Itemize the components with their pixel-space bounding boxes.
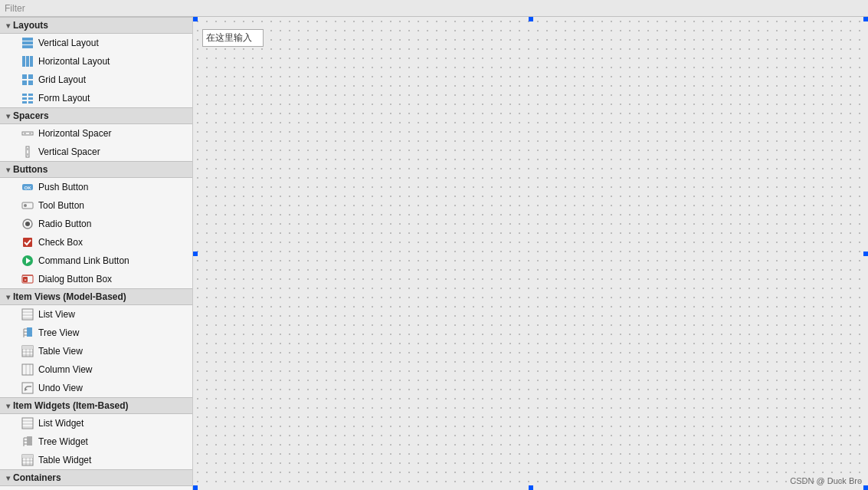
sidebar-item-label: Push Button (38, 182, 88, 192)
svg-rect-2 (22, 45, 33, 48)
grid-layout-icon (21, 74, 34, 86)
collapse-arrow-layouts: ▾ (6, 21, 10, 30)
sidebar-item-horizontal-spacer[interactable]: Horizontal Spacer (0, 124, 192, 143)
sidebar-item-horizontal-layout[interactable]: Horizontal Layout (0, 52, 192, 71)
filter-label: Filter (5, 3, 25, 14)
svg-rect-43 (27, 327, 32, 331)
svg-text:OK: OK (25, 186, 32, 190)
sidebar-item-label: Horizontal Layout (38, 56, 110, 67)
svg-rect-52 (22, 346, 33, 349)
section-header-containers[interactable]: ▾ Containers (0, 469, 192, 486)
sidebar-item-label: Dialog Button Box (38, 274, 112, 284)
section-header-buttons[interactable]: ▾ Buttons (0, 161, 192, 178)
handle-top-left[interactable] (193, 17, 198, 21)
handle-middle-right[interactable] (863, 252, 868, 256)
sidebar-item-label: Tree View (38, 327, 79, 338)
collapse-arrow-buttons: ▾ (6, 166, 10, 174)
sidebar-item-form-layout[interactable]: Form Layout (0, 89, 192, 107)
section-label-layouts: Layouts (13, 20, 48, 31)
sidebar-item-grid-layout[interactable]: Grid Layout (0, 71, 192, 89)
form-layout-icon (21, 92, 34, 104)
section-label-buttons: Buttons (13, 164, 47, 175)
section-header-layouts[interactable]: ▾ Layouts (0, 17, 192, 34)
sidebar-item-tree-widget[interactable]: Tree Widget (0, 432, 192, 451)
handle-top-right[interactable] (863, 17, 868, 21)
collapse-arrow-item-views: ▾ (6, 293, 10, 301)
svg-rect-9 (28, 81, 33, 85)
list-view-icon (21, 308, 34, 321)
sidebar-item-label: Undo View (38, 383, 83, 393)
svg-rect-67 (27, 439, 32, 442)
sidebar-item-label: Vertical Layout (38, 38, 99, 48)
sidebar-item-command-link-button[interactable]: Command Link Button (0, 252, 192, 270)
svg-rect-53 (22, 364, 33, 375)
sidebar-item-table-view[interactable]: Table View (0, 342, 192, 360)
sidebar-item-label: Command Link Button (38, 255, 129, 266)
sidebar-item-tool-button[interactable]: Tool Button (0, 196, 192, 215)
table-view-icon (21, 345, 34, 357)
svg-rect-0 (22, 38, 33, 41)
svg-rect-5 (30, 56, 33, 67)
section-label-containers: Containers (13, 472, 61, 483)
section-label-item-views: Item Views (Model-Based) (13, 291, 126, 302)
handle-middle-left[interactable] (193, 252, 198, 256)
svg-rect-14 (22, 101, 27, 104)
sidebar-item-label: Tree Widget (38, 436, 88, 447)
horizontal-spacer-icon (21, 127, 34, 140)
sidebar-item-label: Radio Button (38, 219, 91, 229)
tree-view-icon (21, 327, 34, 339)
push-button-icon: OK (21, 181, 34, 193)
design-canvas[interactable]: 在这里输入 CSDN @ Duck Bro (193, 17, 868, 490)
handle-bottom-middle[interactable] (529, 485, 533, 490)
svg-rect-56 (22, 383, 33, 393)
section-header-spacers[interactable]: ▾ Spacers (0, 107, 192, 124)
dialog-button-box-icon: ✕ (21, 273, 34, 285)
command-link-button-icon (21, 255, 34, 267)
sidebar-item-label: Vertical Spacer (38, 146, 100, 157)
svg-rect-12 (22, 97, 27, 100)
handle-bottom-right[interactable] (863, 485, 868, 490)
list-widget-icon (21, 417, 34, 429)
svg-marker-57 (25, 388, 28, 391)
watermark-text: CSDN @ Duck Bro (790, 476, 862, 485)
sidebar-item-label: Table Widget (38, 455, 91, 465)
sidebar-item-list-widget[interactable]: List Widget (0, 414, 192, 432)
sidebar-item-label: List View (38, 309, 75, 320)
tool-button-icon (21, 199, 34, 212)
sidebar-item-push-button[interactable]: OK Push Button (0, 178, 192, 196)
sidebar-item-vertical-spacer[interactable]: Vertical Spacer (0, 143, 192, 161)
sidebar-item-label: Tool Button (38, 200, 84, 211)
svg-rect-13 (28, 97, 33, 100)
handle-bottom-left[interactable] (193, 485, 198, 490)
svg-rect-68 (27, 442, 32, 446)
section-header-item-views[interactable]: ▾ Item Views (Model-Based) (0, 288, 192, 305)
sidebar-item-dialog-button-box[interactable]: ✕ Dialog Button Box (0, 270, 192, 288)
svg-rect-10 (22, 94, 27, 96)
section-label-spacers: Spacers (13, 110, 49, 121)
svg-rect-45 (27, 334, 32, 337)
sidebar-item-table-widget[interactable]: Table Widget (0, 451, 192, 469)
sidebar-item-radio-button[interactable]: Radio Button (0, 215, 192, 233)
svg-rect-11 (28, 94, 33, 96)
handle-top-middle[interactable] (529, 17, 533, 21)
sidebar-item-undo-view[interactable]: Undo View (0, 379, 192, 397)
sidebar-item-label: List Widget (38, 418, 84, 429)
section-header-item-widgets[interactable]: ▾ Item Widgets (Item-Based) (0, 397, 192, 414)
sidebar-item-check-box[interactable]: Check Box (0, 233, 192, 252)
sidebar-item-vertical-layout[interactable]: Vertical Layout (0, 34, 192, 52)
svg-rect-7 (28, 74, 33, 79)
svg-rect-44 (27, 331, 32, 334)
collapse-arrow-spacers: ▾ (6, 112, 10, 120)
sidebar-item-tree-view[interactable]: Tree View (0, 324, 192, 342)
svg-rect-3 (22, 56, 25, 67)
canvas-text-input[interactable]: 在这里输入 (202, 29, 264, 47)
sidebar-item-list-view[interactable]: List View (0, 305, 192, 324)
sidebar-item-column-view[interactable]: Column View (0, 360, 192, 379)
svg-rect-4 (26, 56, 29, 67)
widget-sidebar: ▾ Layouts Vertical Layout Horizontal Lay… (0, 17, 193, 490)
sidebar-item-label: Form Layout (38, 93, 90, 104)
sidebar-item-label: Table View (38, 346, 83, 357)
vertical-spacer-icon (21, 146, 34, 158)
horizontal-layout-icon (21, 55, 34, 67)
svg-point-27 (25, 222, 30, 226)
